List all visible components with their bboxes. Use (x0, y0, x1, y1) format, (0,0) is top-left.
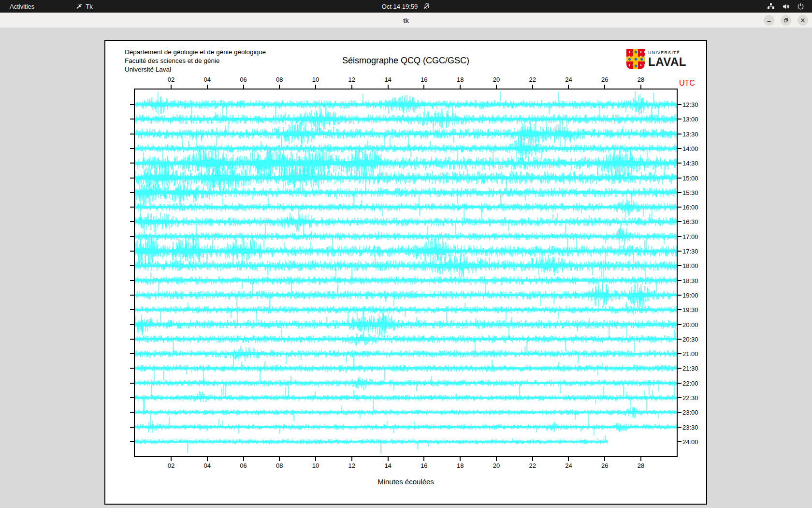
utc-time-label: 13:00 (682, 116, 698, 122)
x-tick-top (243, 85, 244, 89)
trace-tick-right (678, 397, 682, 398)
seismogram-trace-23:00 (135, 406, 677, 426)
x-tick-label-top: 06 (234, 76, 253, 83)
seismogram-trace-12:30 (135, 91, 677, 118)
utc-time-label: 21:30 (682, 365, 698, 372)
trace-tick-left (130, 441, 134, 442)
seismogram-trace-15:30 (135, 180, 677, 205)
window-title: tk (0, 13, 812, 28)
utc-time-label: 19:30 (682, 307, 698, 313)
tk-app-icon (76, 3, 82, 10)
trace-tick-right (678, 265, 682, 266)
x-tick-label-top: 18 (450, 76, 470, 83)
utc-time-label: 15:00 (682, 175, 698, 181)
notifications-disabled-icon (423, 3, 430, 10)
trace-tick-left (130, 280, 134, 281)
utc-time-label: 16:00 (682, 204, 698, 210)
activities-button[interactable]: Activities (0, 0, 41, 13)
seismogram-trace-20:00 (135, 312, 677, 338)
trace-tick-left (130, 353, 134, 354)
close-button[interactable] (798, 15, 808, 26)
x-tick-label-bottom: 02 (161, 462, 181, 469)
utc-time-label: 22:00 (682, 380, 698, 387)
x-tick-label-bottom: 18 (450, 462, 470, 469)
x-tick-label-top: 10 (306, 76, 325, 83)
logo-laval-text: LAVAL (648, 56, 686, 68)
app-menu-tk[interactable]: Tk (71, 0, 97, 13)
x-tick-label-bottom: 04 (198, 462, 217, 469)
utc-time-label: 17:00 (682, 234, 698, 240)
trace-tick-right (678, 280, 682, 281)
trace-tick-left (130, 178, 134, 179)
x-tick-label-bottom: 22 (523, 462, 542, 469)
x-tick-bottom (171, 457, 172, 461)
trace-tick-right (678, 236, 682, 237)
utc-time-label: 23:30 (682, 424, 698, 431)
trace-tick-left (130, 397, 134, 398)
trace-tick-left (130, 134, 134, 134)
utc-time-label: 13:30 (682, 131, 698, 137)
seismogram-plot-frame (134, 89, 678, 457)
utc-time-label: 22:30 (682, 395, 698, 401)
universite-laval-logo: UNIVERSITÉ LAVAL (626, 49, 686, 69)
trace-tick-right (678, 104, 682, 105)
trace-tick-left (130, 309, 134, 310)
trace-tick-right (678, 295, 682, 296)
x-tick-top (640, 85, 641, 89)
x-tick-label-bottom: 12 (342, 462, 362, 469)
seismogram-trace-20:30 (135, 326, 677, 352)
trace-tick-left (130, 192, 134, 193)
seismogram-trace-15:00 (135, 165, 677, 191)
window-titlebar[interactable]: tk (0, 13, 812, 28)
utc-time-label: 23:00 (682, 409, 698, 416)
trace-tick-right (678, 163, 682, 164)
x-tick-bottom (243, 457, 244, 461)
seismogram-trace-22:00 (135, 370, 677, 396)
maximize-button[interactable] (781, 15, 791, 26)
x-tick-label-bottom: 06 (234, 462, 253, 469)
x-tick-bottom (351, 457, 352, 461)
x-tick-label-top: 12 (342, 76, 362, 83)
utc-time-label: 24:00 (682, 439, 698, 445)
utc-time-label: 18:00 (682, 263, 698, 269)
x-tick-label-bottom: 28 (631, 462, 651, 469)
trace-tick-left (130, 427, 134, 428)
trace-tick-left (130, 265, 134, 266)
seismogram-traces-svg (135, 90, 677, 456)
x-tick-label-bottom: 08 (270, 462, 289, 469)
trace-tick-right (678, 207, 682, 208)
x-tick-label-top: 02 (161, 76, 181, 83)
seismogram-trace-19:00 (135, 282, 677, 308)
utc-time-label: 18:30 (682, 278, 698, 284)
trace-tick-right (678, 192, 682, 193)
x-tick-bottom (460, 457, 461, 461)
x-tick-label-top: 08 (270, 76, 289, 83)
utc-axis-label: UTC (679, 79, 695, 88)
trace-tick-left (130, 236, 134, 237)
x-tick-bottom (532, 457, 533, 461)
x-tick-label-top: 04 (198, 76, 217, 83)
trace-tick-right (678, 148, 682, 149)
network-wired-icon[interactable] (767, 3, 775, 10)
seismogram-trace-21:30 (135, 355, 677, 381)
seismogram-trace-16:30 (135, 209, 677, 235)
x-tick-bottom (604, 457, 605, 461)
x-tick-label-top: 24 (559, 76, 578, 83)
maximize-icon (783, 18, 788, 23)
power-icon[interactable] (797, 3, 804, 10)
trace-tick-left (130, 207, 134, 208)
volume-icon[interactable] (782, 3, 790, 10)
seismogram-trace-23:30 (135, 418, 677, 436)
trace-tick-right (678, 251, 682, 252)
x-tick-top (460, 85, 461, 89)
x-tick-top (604, 85, 605, 89)
minimize-button[interactable] (764, 15, 774, 26)
seismogram-trace-21:00 (135, 343, 677, 364)
x-tick-bottom (207, 457, 208, 461)
seismogram-trace-22:30 (135, 385, 677, 411)
trace-tick-left (130, 104, 134, 105)
trace-tick-left (130, 295, 134, 296)
clock-label[interactable]: Oct 14 19:59 (382, 3, 418, 10)
x-tick-top (171, 85, 172, 89)
plot-title: Séismographe QCQ (CGC/GSC) (134, 56, 678, 66)
